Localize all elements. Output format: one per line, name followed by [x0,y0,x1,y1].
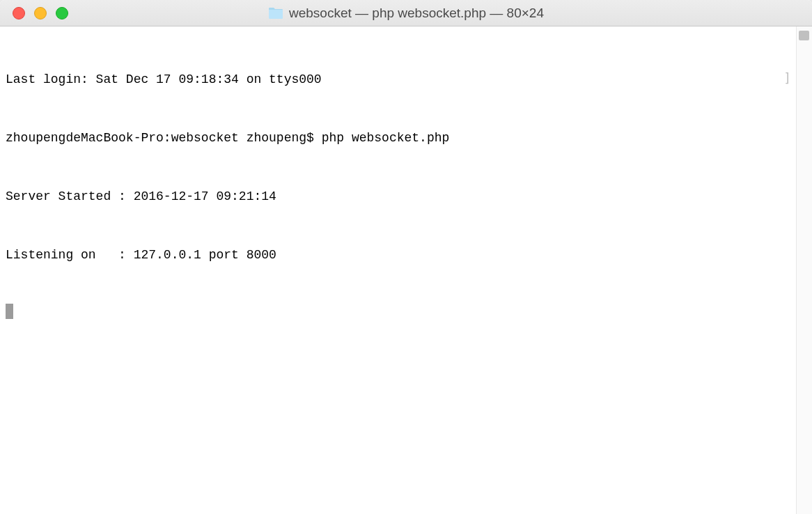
terminal-line: Server Started : 2016-12-17 09:21:14 [6,187,790,206]
terminal-wrapper: Last login: Sat Dec 17 09:18:34 on ttys0… [0,26,812,514]
close-button[interactable] [13,7,25,20]
terminal-content[interactable]: Last login: Sat Dec 17 09:18:34 on ttys0… [0,26,796,514]
bracket-decoration: ] [783,70,791,85]
scroll-indicator-icon[interactable] [799,31,809,40]
folder-icon [268,7,283,20]
terminal-line: Listening on : 127.0.0.1 port 8000 [6,245,790,265]
minimize-button[interactable] [34,7,47,20]
terminal-line: zhoupengdeMacBook-Pro:websocket zhoupeng… [6,128,790,148]
terminal-window: websocket — php websocket.php — 80×24 La… [0,0,812,514]
terminal-cursor-line [6,304,790,323]
cursor-icon [6,304,13,319]
scrollbar-track[interactable] [796,26,812,514]
traffic-lights [0,7,68,20]
window-title: websocket — php websocket.php — 80×24 [289,6,544,21]
terminal-line: Last login: Sat Dec 17 09:18:34 on ttys0… [6,70,790,89]
maximize-button[interactable] [56,7,68,20]
window-title-container: websocket — php websocket.php — 80×24 [0,0,812,26]
titlebar[interactable]: websocket — php websocket.php — 80×24 [0,0,812,26]
